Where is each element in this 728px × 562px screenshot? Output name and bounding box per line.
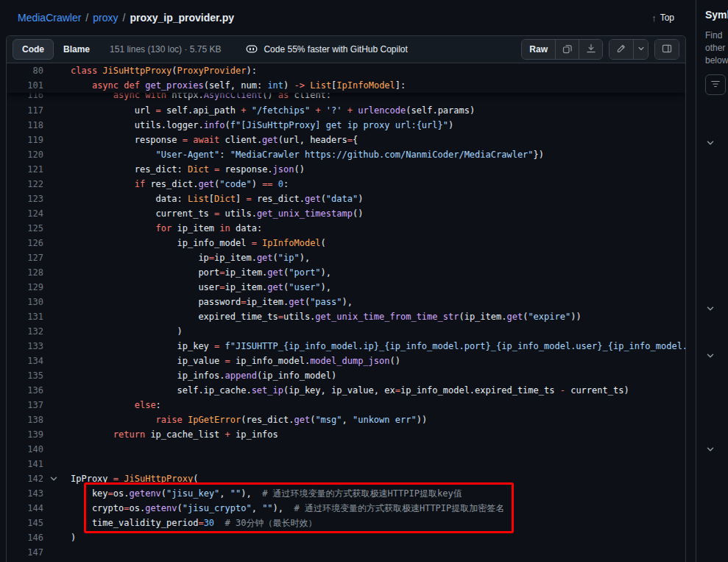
code-text: return ip_cache_list + ip_infos xyxy=(71,427,685,442)
line-number[interactable]: 126 xyxy=(7,236,43,250)
code-line-118: 118 utils.logger.info(f"[JiSuHttpProxy] … xyxy=(7,118,685,133)
line-number[interactable]: 135 xyxy=(7,368,43,383)
filter-icon xyxy=(710,79,721,91)
line-number[interactable]: 125 xyxy=(7,221,43,236)
code-text xyxy=(71,442,685,457)
code-text: key=os.getenv("jisu_key", ""), # 通过环境变量的… xyxy=(71,486,685,501)
line-number[interactable]: 128 xyxy=(7,265,43,280)
line-number[interactable]: 117 xyxy=(7,103,43,118)
line-number[interactable]: 145 xyxy=(7,516,43,530)
line-number[interactable]: 131 xyxy=(7,309,43,324)
fold-chevron-icon[interactable] xyxy=(43,471,71,486)
fold-spacer xyxy=(43,192,71,206)
file-container: Code Blame 151 lines (130 loc) · 5.75 KB… xyxy=(6,35,686,562)
line-number[interactable]: 134 xyxy=(7,354,43,368)
download-button[interactable] xyxy=(579,40,602,59)
code-line-142: 142IpProxy = JiSuHttpProxy( xyxy=(7,471,685,486)
line-number[interactable]: 142 xyxy=(7,471,43,486)
side-panel-icon xyxy=(662,43,672,56)
fold-spacer xyxy=(43,147,71,162)
code-text xyxy=(71,545,685,560)
line-number[interactable]: 147 xyxy=(7,545,43,560)
code-line-80: 80class JiSuHttpProxy(ProxyProvider): xyxy=(7,63,685,78)
code-text: utils.logger.info(f"[JiSuHttpProxy] get … xyxy=(71,118,685,133)
copilot-icon xyxy=(246,43,258,57)
fold-spacer xyxy=(43,545,71,560)
back-to-top-button[interactable]: ↑ Top xyxy=(651,13,674,24)
symbols-panel-description: Find other below xyxy=(705,29,728,67)
symbols-panel-toggle-button[interactable] xyxy=(655,40,679,59)
line-number[interactable]: 144 xyxy=(7,501,43,516)
code-line-135: 135 ip_infos.append(ip_info_model) xyxy=(7,368,685,383)
breadcrumb-folder-link[interactable]: proxy xyxy=(93,12,118,24)
code-line-124: 124 current_ts = utils.get_unix_timestam… xyxy=(7,206,685,221)
line-number[interactable]: 101 xyxy=(7,78,43,93)
line-number[interactable]: 119 xyxy=(7,133,43,147)
line-number[interactable]: 80 xyxy=(7,63,43,78)
raw-actions-group: Raw xyxy=(521,39,603,60)
line-number[interactable]: 118 xyxy=(7,118,43,133)
breadcrumb-repo-link[interactable]: MediaCrawler xyxy=(18,12,81,24)
line-number[interactable]: 146 xyxy=(7,530,43,545)
fold-spacer xyxy=(43,368,71,383)
code-line-117: 117 url = self.api_path + "/fetchips" + … xyxy=(7,103,685,118)
tab-code[interactable]: Code xyxy=(13,39,54,60)
fold-spacer xyxy=(43,206,71,221)
code-text: ) xyxy=(71,530,685,545)
line-number[interactable]: 139 xyxy=(7,427,43,442)
fold-spacer xyxy=(43,457,71,471)
line-number[interactable]: 121 xyxy=(7,162,43,177)
tab-blame[interactable]: Blame xyxy=(54,39,99,60)
line-number[interactable]: 141 xyxy=(7,457,43,471)
breadcrumb: MediaCrawler / proxy / proxy_ip_provider… xyxy=(18,12,234,24)
code-area: 80class JiSuHttpProxy(ProxyProvider):101… xyxy=(7,63,685,562)
line-number[interactable]: 136 xyxy=(7,383,43,398)
symbols-filter-button[interactable] xyxy=(705,74,726,95)
line-number[interactable]: 143 xyxy=(7,486,43,501)
code-line-132: 132 ) xyxy=(7,324,685,339)
fold-spacer xyxy=(43,427,71,442)
code-text: ip_info_model = IpInfoModel( xyxy=(71,236,685,250)
fold-spacer xyxy=(43,236,71,250)
chevron-down-icon[interactable] xyxy=(706,350,715,363)
github-code-view: MediaCrawler / proxy / proxy_ip_provider… xyxy=(0,0,728,562)
code-text: "User-Agent": "MediaCrawler https://gith… xyxy=(71,147,685,162)
code-text: port=ip_item.get("port"), xyxy=(71,265,685,280)
line-number[interactable]: 140 xyxy=(7,442,43,457)
line-number[interactable]: 116 xyxy=(7,93,43,102)
line-number[interactable]: 122 xyxy=(7,177,43,192)
line-number[interactable]: 120 xyxy=(7,147,43,162)
code-text: async with httpx.AsyncClient() as client… xyxy=(71,93,685,102)
fold-spacer xyxy=(43,339,71,354)
code-line-146: 146) xyxy=(7,530,685,545)
edit-button[interactable] xyxy=(609,40,633,59)
edit-dropdown-button[interactable] xyxy=(633,40,648,59)
symbols-panel-title: Symbols xyxy=(705,9,728,21)
symbols-description-line: other xyxy=(705,42,728,55)
line-number[interactable]: 129 xyxy=(7,280,43,295)
line-number[interactable]: 127 xyxy=(7,250,43,265)
line-number[interactable]: 124 xyxy=(7,206,43,221)
line-number[interactable]: 132 xyxy=(7,324,43,339)
code-line-130: 130 password=ip_item.get("pass"), xyxy=(7,295,685,309)
code-line-127: 127 ip=ip_item.get("ip"), xyxy=(7,250,685,265)
line-number[interactable]: 137 xyxy=(7,398,43,412)
chevron-down-icon[interactable] xyxy=(706,303,715,316)
code-text: self.ip_cache.set_ip(ip_key, ip_value, e… xyxy=(71,383,685,398)
raw-button[interactable]: Raw xyxy=(522,40,555,59)
line-number[interactable]: 133 xyxy=(7,339,43,354)
line-number[interactable]: 130 xyxy=(7,295,43,309)
fold-spacer xyxy=(43,221,71,236)
copy-button[interactable] xyxy=(555,40,579,59)
chevron-down-icon[interactable] xyxy=(706,137,715,150)
code-line-125: 125 for ip_item in data: xyxy=(7,221,685,236)
fold-spacer xyxy=(43,309,71,324)
copilot-text: Code 55% faster with GitHub Copilot xyxy=(264,44,407,55)
chevron-down-icon[interactable] xyxy=(706,443,715,457)
code-text: crypto=os.getenv("jisu_crypto", ""), # 通… xyxy=(71,501,685,516)
line-number[interactable]: 138 xyxy=(7,412,43,427)
code-line-140: 140 xyxy=(7,442,685,457)
line-number[interactable]: 123 xyxy=(7,192,43,206)
code-text: ip_key = f"JISUHTTP_{ip_info_model.ip}_{… xyxy=(71,339,685,354)
fold-spacer xyxy=(43,530,71,545)
